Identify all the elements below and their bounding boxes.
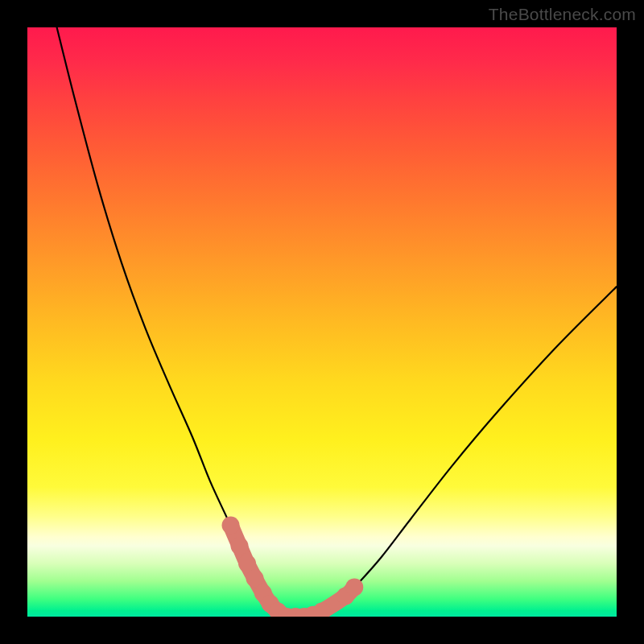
highlight-dot [336, 587, 354, 605]
highlight-dot [345, 578, 363, 596]
highlight-dot [246, 569, 264, 587]
highlight-dot [313, 602, 331, 617]
highlight-dot [231, 537, 249, 555]
curve-path [57, 27, 617, 617]
highlight-dot [295, 608, 313, 617]
chart-frame: TheBottleneck.com [0, 0, 644, 644]
watermark-text: TheBottleneck.com [489, 5, 636, 24]
highlight-dot [269, 602, 287, 617]
highlight-dot [287, 608, 304, 617]
highlight-dot [238, 555, 256, 572]
highlight-dot [278, 608, 295, 617]
highlight-dot [262, 595, 279, 613]
highlight-dot [222, 517, 240, 535]
highlight-dot [254, 584, 272, 602]
plot-area [27, 27, 617, 617]
highlight-dot [304, 606, 322, 617]
highlight-segment [231, 526, 355, 617]
bottleneck-curve [27, 27, 617, 617]
